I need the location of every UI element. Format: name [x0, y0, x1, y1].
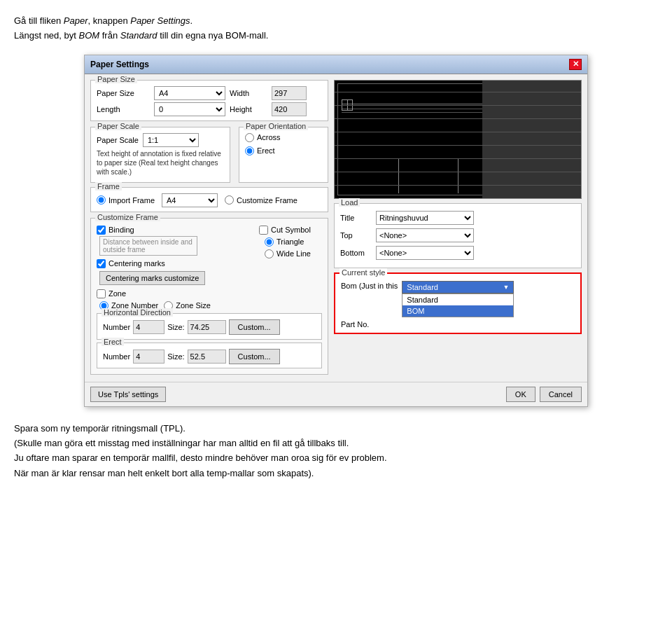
width-input[interactable]	[272, 86, 307, 100]
erect-section: Erect Number Size: Custom...	[97, 343, 322, 368]
wide-line-label: Wide Line	[276, 249, 311, 258]
wide-line-radio[interactable]	[265, 249, 274, 258]
erect-size-label: Size:	[167, 352, 184, 361]
cancel-button[interactable]: Cancel	[540, 387, 582, 402]
preview-line-2	[342, 109, 574, 109]
paper-scale-select[interactable]: 1:1	[143, 133, 199, 147]
scale-orient-row: Paper Scale Paper Scale 1:1 Text height …	[90, 127, 328, 183]
preview-canvas: § 3	[334, 80, 582, 199]
bom-option-bom[interactable]: BOM	[402, 305, 513, 317]
bottom-label: Bottom	[340, 249, 372, 257]
erect-radio[interactable]	[245, 146, 254, 155]
centering-marks-checkbox[interactable]	[97, 259, 106, 268]
frame-content: Import Frame A4 Customize Frame	[97, 193, 322, 207]
erect-row: Number Size: Custom...	[103, 349, 316, 364]
binding-area: Binding Distance between inside and outs…	[97, 226, 253, 310]
paper-size-select[interactable]: A4	[154, 86, 225, 100]
paper-scale-content: Paper Scale 1:1 Text height of annotatio…	[97, 133, 224, 177]
distance-area: Distance between inside and outside fram…	[99, 236, 253, 256]
bom-dropdown-selected[interactable]: Standard ▼	[402, 281, 514, 293]
dialog-title: Paper Settings	[90, 60, 149, 69]
paper-scale-label: Paper Scale	[97, 136, 139, 144]
part-no-row: Part No.	[341, 320, 575, 329]
length-select[interactable]: 0	[154, 102, 225, 116]
customize-frame-section: Customize Frame Binding Distance between	[90, 218, 328, 375]
paper-orientation-col: Paper Orientation Across Erect	[239, 127, 328, 183]
triangle-label: Triangle	[276, 237, 304, 246]
bom-dropdown-arrow-icon: ▼	[503, 284, 509, 291]
use-tpls-button[interactable]: Use Tpls' settings	[90, 387, 166, 402]
bom-row: Bom (Just in this Standard ▼ Standard BO…	[341, 281, 575, 317]
intro-text-2c: till din egna nya BOM-mall.	[158, 30, 269, 41]
preview-lines	[342, 104, 574, 116]
binding-checkbox[interactable]	[97, 226, 106, 235]
paper-size-title: Paper Size	[95, 75, 137, 83]
intro-text-2a: Längst ned, byt	[14, 30, 79, 41]
centering-marks-label: Centering marks	[108, 259, 165, 268]
across-radio[interactable]	[245, 133, 254, 142]
hd-custom-button[interactable]: Custom...	[229, 319, 280, 335]
load-content: Title Ritningshuvud Top <None>	[340, 211, 575, 260]
preview-crosshair	[342, 99, 353, 111]
cut-symbol-label: Cut Symbol	[271, 226, 311, 234]
triangle-radio-row: Triangle	[265, 237, 322, 247]
customize-frame-content: Binding Distance between inside and outs…	[97, 226, 322, 310]
intro-text-1c: .	[190, 15, 193, 26]
bom-label: Bom (Just in this	[341, 281, 398, 291]
horizontal-direction-row: Number Size: Custom...	[103, 319, 316, 335]
paper-size-section: Paper Size Paper Size A4 Width Length 0	[90, 80, 328, 121]
erect-size-input[interactable]	[188, 350, 226, 364]
preview-cell-2	[399, 159, 458, 193]
height-input[interactable]	[272, 102, 307, 116]
bom-dropdown-wrap: Standard ▼ Standard BOM	[402, 281, 514, 317]
frame-title: Frame	[95, 182, 122, 191]
right-panel: § 3 Load Title	[334, 80, 582, 376]
dialog-body: Paper Size Paper Size A4 Width Length 0	[85, 74, 587, 382]
erect-number-input[interactable]	[133, 350, 164, 364]
centering-marks-customize-button[interactable]: Centering marks customize	[99, 271, 205, 285]
length-label: Length	[97, 105, 150, 113]
preview-cell-1	[340, 159, 399, 193]
frame-row: Import Frame A4 Customize Frame	[97, 193, 322, 207]
ok-button[interactable]: OK	[506, 387, 536, 402]
erect-custom-button[interactable]: Custom...	[229, 349, 280, 364]
bom-option-standard[interactable]: Standard	[402, 294, 513, 305]
paper-scale-col: Paper Scale Paper Scale 1:1 Text height …	[90, 127, 230, 183]
intro-text-1a: Gå till fliken	[14, 15, 64, 26]
intro-paragraph-1: Gå till fliken Paper, knappen Paper Sett…	[14, 14, 658, 43]
preview-numbers: § 3	[564, 180, 573, 188]
centering-marks-check-row: Centering marks	[97, 259, 253, 268]
erect-section-title: Erect	[102, 338, 124, 346]
paper-scale-section: Paper Scale Paper Scale 1:1 Text height …	[90, 127, 230, 183]
across-radio-row: Across	[245, 133, 322, 142]
title-select[interactable]: Ritningshuvud	[376, 211, 474, 225]
top-row: Top <None>	[340, 228, 575, 242]
preview-line-3	[342, 112, 574, 113]
outro-text: Spara som ny temporär ritningsmall (TPL)…	[14, 421, 658, 481]
outro-line-3: Ju oftare man sparar en temporär mallfil…	[14, 450, 658, 465]
cut-symbol-area: Cut Symbol Triangle Wide Line	[259, 226, 322, 310]
current-style-title: Current style	[340, 268, 387, 277]
binding-check-row: Binding	[97, 226, 253, 235]
import-frame-select[interactable]: A4	[162, 193, 218, 207]
dialog-titlebar: Paper Settings ✕	[85, 55, 587, 74]
centering-marks-btn-wrap: Centering marks customize	[99, 271, 253, 285]
zone-checkbox[interactable]	[97, 289, 106, 298]
customize-frame-radio-row: Customize Frame	[225, 195, 298, 205]
customize-frame-radio[interactable]	[225, 195, 234, 205]
bottom-select[interactable]: <None>	[376, 246, 474, 260]
cut-symbol-checkbox[interactable]	[259, 226, 268, 235]
part-no-label: Part No.	[341, 320, 369, 329]
intro-em-paper: Paper	[64, 15, 88, 26]
triangle-radio[interactable]	[265, 237, 274, 247]
top-select[interactable]: <None>	[376, 228, 474, 242]
paper-size-content: Paper Size A4 Width Length 0 Height	[97, 86, 322, 116]
intro-em-bom: BOM	[79, 30, 100, 41]
hd-size-input[interactable]	[188, 320, 226, 334]
import-frame-radio[interactable]	[97, 195, 106, 205]
cut-symbol-check-row: Cut Symbol	[259, 226, 322, 235]
close-button[interactable]: ✕	[569, 59, 582, 70]
paper-scale-row: Paper Scale 1:1	[97, 133, 224, 147]
bom-dropdown-list: Standard BOM	[402, 293, 514, 317]
hd-number-input[interactable]	[133, 320, 164, 334]
